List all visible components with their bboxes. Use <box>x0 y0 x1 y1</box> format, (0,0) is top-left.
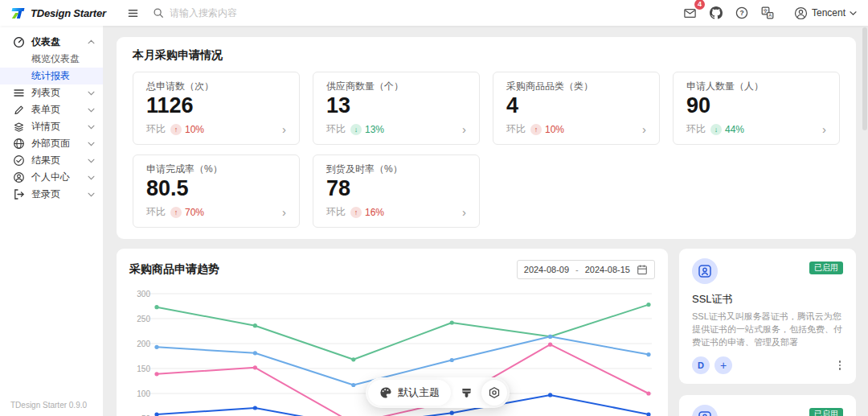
svg-text:?: ? <box>739 9 743 17</box>
trend-up-icon: ↑ <box>350 207 362 218</box>
sidebar-item[interactable]: 详情页 <box>0 118 103 135</box>
stat-value: 1126 <box>146 93 286 118</box>
translate-icon: 文A <box>761 6 774 19</box>
chevron-down-icon <box>88 158 95 163</box>
more-actions-button[interactable] <box>837 358 844 373</box>
pink-series-point <box>548 343 552 347</box>
chevron-down-icon <box>88 192 95 197</box>
skyblue-series-point <box>646 352 650 356</box>
product-description: SSL证书又叫服务器证书，腾讯云为您提供证书的一站式服务，包括免费、付费证书的申… <box>692 310 843 348</box>
user-frame-icon <box>698 264 712 278</box>
blue-series-point <box>548 393 552 397</box>
trend-up-icon: ↑ <box>170 124 182 135</box>
trend-percent: 44% <box>725 124 744 135</box>
sidebar-nav: 仪表盘概览仪表盘统计报表列表页表单页详情页外部页面结果页个人中心登录页 <box>0 26 103 203</box>
user-menu[interactable]: Tencent <box>794 6 857 20</box>
sidebar-item-label: 列表页 <box>31 86 60 100</box>
svg-text:300: 300 <box>137 290 150 299</box>
product-list: 已启用 SSL证书 SSL证书又叫服务器证书，腾讯云为您提供证书的一站式服务，包… <box>679 249 856 416</box>
scrollbar-thumb[interactable] <box>862 27 867 130</box>
search-input[interactable] <box>170 7 306 19</box>
sidebar-item-label: 外部页面 <box>31 137 70 150</box>
status-badge: 已启用 <box>809 262 843 274</box>
chevron-right-icon: › <box>462 124 466 135</box>
trend-up-icon: ↑ <box>170 207 182 218</box>
stat-label: 到货及时率（%） <box>326 163 466 175</box>
app-logo[interactable]: TDesign Starter <box>11 7 109 19</box>
stat-card[interactable]: 到货及时率（%） 78 环比 ↑ 16% › <box>313 154 480 228</box>
page-scrollbar[interactable] <box>862 27 867 414</box>
blue-series-point <box>646 412 650 416</box>
gear-icon <box>488 386 501 399</box>
pink-series-point <box>154 372 158 376</box>
sidebar-item[interactable]: 概览仪表盘 <box>0 51 103 68</box>
chevron-right-icon: › <box>822 124 826 135</box>
product-title: SSL证书 <box>692 292 843 307</box>
github-button[interactable] <box>706 2 727 23</box>
app-root: TDesign Starter 4 ? 文A <box>0 0 868 416</box>
skyblue-series-point <box>253 351 257 355</box>
collapse-menu-button[interactable] <box>122 2 143 23</box>
skyblue-series-point <box>548 335 552 339</box>
trend-percent: 10% <box>185 124 204 135</box>
chevron-down-icon <box>88 107 95 113</box>
sidebar-item[interactable]: 外部页面 <box>0 135 103 152</box>
chevron-down-icon <box>850 10 857 16</box>
translate-button[interactable]: 文A <box>757 2 778 23</box>
date-separator: - <box>575 265 579 274</box>
sidebar-item[interactable]: 仪表盘 <box>0 34 103 51</box>
sidebar-item[interactable]: 统计报表 <box>0 68 103 84</box>
sidebar-item-label: 详情页 <box>31 120 60 134</box>
chevron-right-icon: › <box>282 207 286 218</box>
blue-series-point <box>450 411 454 415</box>
sidebar-item[interactable]: 个人中心 <box>0 169 103 186</box>
user-name: Tencent <box>812 7 845 19</box>
add-member-button[interactable]: + <box>714 356 732 374</box>
stat-value: 13 <box>326 93 466 118</box>
stat-card[interactable]: 采购商品品类（类） 4 环比 ↑ 10% › <box>493 72 660 145</box>
sidebar-item[interactable]: 登录页 <box>0 186 103 203</box>
github-icon <box>710 6 723 19</box>
date-end: 2024-08-15 <box>585 265 630 274</box>
stat-card[interactable]: 申请完成率（%） 80.5 环比 ↑ 70% › <box>133 154 300 228</box>
product-card[interactable]: 已启用 SSL证书 SSL证书又叫服务器证书，腾讯云为您提供证书的一站式服务，包… <box>679 249 856 384</box>
app-version: TDesign Starter 0.9.0 <box>10 401 87 410</box>
blue-series-point <box>154 412 158 416</box>
pink-series-point <box>646 391 650 395</box>
compare-label: 环比 <box>686 122 706 136</box>
chevron-right-icon: › <box>282 124 286 135</box>
settings-gear-button[interactable] <box>481 380 507 406</box>
brush-button[interactable] <box>453 380 479 406</box>
stat-card[interactable]: 供应商数量（个） 13 环比 ↓ 13% › <box>313 72 480 145</box>
date-range-picker[interactable]: 2024-08-09 - 2024-08-15 <box>517 260 655 279</box>
trend-percent: 16% <box>365 207 384 218</box>
svg-text:A: A <box>768 13 772 18</box>
stat-label: 申请完成率（%） <box>146 163 286 175</box>
sidebar-item-label: 登录页 <box>31 187 60 201</box>
sidebar-item[interactable]: 结果页 <box>0 152 103 169</box>
stat-card[interactable]: 总申请数（次） 1126 环比 ↑ 10% › <box>133 72 300 145</box>
stat-value: 78 <box>326 176 466 201</box>
product-card[interactable]: 已启用 SSL证书 <box>679 395 856 416</box>
sidebar-item[interactable]: 表单页 <box>0 101 103 118</box>
help-button[interactable]: ? <box>731 2 752 23</box>
notifications-button[interactable]: 4 <box>680 2 701 23</box>
hamburger-icon <box>127 7 139 19</box>
svg-text:200: 200 <box>137 340 150 348</box>
trend-down-icon: ↓ <box>350 124 362 135</box>
theme-button-label: 默认主题 <box>398 385 440 400</box>
chevron-right-icon: › <box>642 124 646 135</box>
header-search[interactable] <box>153 7 306 19</box>
green-series-point <box>450 320 454 324</box>
overview-panel: 本月采购申请情况 总申请数（次） 1126 环比 ↑ 10% › 供应商数量（个… <box>117 37 856 239</box>
skyblue-series-point <box>154 345 158 349</box>
stat-label: 供应商数量（个） <box>326 80 466 93</box>
stat-label: 申请人数量（人） <box>686 80 826 93</box>
overview-title: 本月采购申请情况 <box>133 48 840 63</box>
stat-card[interactable]: 申请人数量（人） 90 环比 ↓ 44% › <box>673 72 840 145</box>
sidebar-item[interactable]: 列表页 <box>0 84 103 101</box>
user-avatar-icon <box>794 6 808 20</box>
theme-button[interactable]: 默认主题 <box>368 380 451 406</box>
chevron-right-icon: › <box>462 207 466 218</box>
layers-icon <box>13 121 25 133</box>
